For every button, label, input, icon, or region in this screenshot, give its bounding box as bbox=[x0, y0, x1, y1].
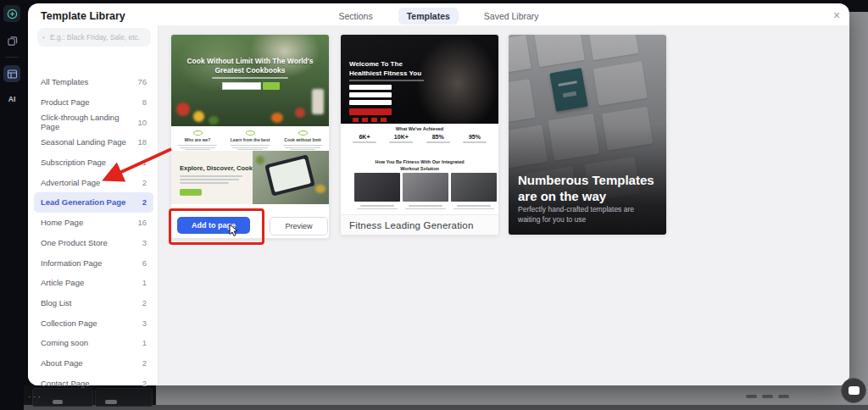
coming-soon-background: Numberous Templates are on the way Perfe… bbox=[509, 35, 666, 235]
gym-photo bbox=[403, 173, 448, 202]
sidebar-item-about-page[interactable]: About Page2 bbox=[34, 353, 153, 374]
fitness-form-field bbox=[349, 85, 392, 90]
sidebar-item-article-page[interactable]: Article Page1 bbox=[34, 273, 153, 293]
fitness-hero-subtext bbox=[349, 80, 424, 81]
chef-hat-icon bbox=[193, 130, 203, 136]
fitness-cta-button bbox=[349, 108, 392, 115]
cookbook-tablet-image bbox=[253, 151, 329, 204]
fitness-card-footer: Fitness Leading Generation bbox=[341, 214, 498, 235]
sidebar-item-lead-generation-page[interactable]: Lead Generation Page2 bbox=[34, 192, 153, 213]
background-dash bbox=[778, 395, 789, 398]
cookbook-email-input bbox=[222, 82, 261, 90]
template-search[interactable] bbox=[37, 28, 151, 47]
cookbook-explore-title: Explore, Discover, Cook bbox=[180, 164, 253, 172]
fitness-countdown bbox=[353, 118, 387, 122]
fitness-solution-title: How You Be Fitness With Our Integrated W… bbox=[369, 158, 470, 173]
cookbook-hero-image: Cook Without Limit With The World's Grea… bbox=[171, 35, 329, 126]
coming-soon-title: Numberous Templates are on the way bbox=[518, 173, 654, 205]
cursor-icon bbox=[228, 224, 239, 237]
background-thumb-pill bbox=[105, 400, 117, 404]
sidebar-item-blog-list[interactable]: Blog List2 bbox=[34, 293, 153, 313]
support-chat-button[interactable] bbox=[841, 378, 866, 403]
background-dash bbox=[746, 395, 757, 398]
fitness-hero-title: Welcome To The Healthiest Fitness You bbox=[349, 60, 421, 79]
ai-button[interactable]: AI bbox=[3, 91, 20, 108]
template-card-fitness[interactable]: Welcome To The Healthiest Fitness You Wh… bbox=[340, 34, 499, 235]
tab-templates[interactable]: Templates bbox=[398, 8, 459, 25]
annotation-arrow bbox=[100, 141, 181, 186]
fitness-card-label: Fitness Leading Generation bbox=[349, 220, 474, 230]
close-icon[interactable]: × bbox=[828, 7, 845, 24]
templates-button[interactable] bbox=[3, 65, 20, 82]
sidebar-item-product-page[interactable]: Product Page8 bbox=[34, 92, 153, 113]
preview-button[interactable]: Preview bbox=[270, 217, 328, 235]
pages-button[interactable] bbox=[3, 32, 20, 49]
template-library-modal: Template Library Sections Templates Save… bbox=[28, 3, 849, 385]
sidebar-item-click-through-landing-page[interactable]: Click-through Landing Page10 bbox=[34, 112, 153, 132]
gym-photo bbox=[354, 173, 400, 202]
cookbook-hero-subtext bbox=[212, 77, 288, 79]
sidebar-item-home-page[interactable]: Home Page16 bbox=[34, 213, 153, 233]
template-window-icon bbox=[7, 69, 18, 80]
sidebar-item-information-page[interactable]: Information Page6 bbox=[34, 252, 153, 273]
cookbook-hero-title: Cook Without Limit With The World's Grea… bbox=[186, 57, 314, 75]
cookbook-explore-button bbox=[180, 189, 202, 196]
cookbook-subscribe-button bbox=[263, 82, 280, 90]
sidebar-item-contact-page[interactable]: Contact Page2 bbox=[34, 373, 153, 393]
chat-bubble-icon bbox=[849, 386, 860, 395]
category-list: All Templates76 Product Page8 Click-thro… bbox=[34, 72, 153, 393]
background-ellipsis: ··· bbox=[28, 391, 42, 402]
pages-icon bbox=[7, 36, 18, 47]
template-sidebar: All Templates76 Product Page8 Click-thro… bbox=[28, 25, 158, 385]
tab-sections[interactable]: Sections bbox=[330, 8, 381, 25]
template-grid: Cook Without Limit With The World's Grea… bbox=[158, 25, 849, 385]
add-element-button[interactable] bbox=[3, 5, 20, 22]
fitness-form-field bbox=[349, 100, 392, 105]
background-thumb-pill bbox=[53, 400, 63, 404]
ai-button-label: AI bbox=[8, 95, 16, 103]
sidebar-item-coming-soon[interactable]: Coming soon1 bbox=[34, 333, 153, 353]
search-input[interactable] bbox=[48, 32, 146, 42]
gym-photo bbox=[451, 173, 497, 202]
plus-circle-icon bbox=[7, 8, 18, 19]
spoon-icon bbox=[298, 130, 308, 136]
tab-saved-library[interactable]: Saved Library bbox=[476, 8, 548, 25]
fitness-stats-row: 6K+ 10K+ 85% 95% bbox=[348, 134, 492, 143]
sidebar-item-collection-page[interactable]: Collection Page3 bbox=[34, 313, 153, 333]
fitness-hero-image: Welcome To The Healthiest Fitness You bbox=[341, 35, 498, 124]
background-page-right bbox=[849, 12, 868, 404]
template-card-coming-soon[interactable]: Numberous Templates are on the way Perfe… bbox=[508, 34, 667, 235]
fitness-gallery bbox=[354, 173, 497, 209]
modal-tabs: Sections Templates Saved Library bbox=[28, 8, 849, 25]
app-toolbar: AI bbox=[0, 0, 24, 410]
book-icon bbox=[246, 130, 255, 136]
search-icon bbox=[42, 33, 45, 42]
sidebar-item-all-templates[interactable]: All Templates76 bbox=[34, 72, 153, 92]
sidebar-item-one-product-store[interactable]: One Product Store3 bbox=[34, 233, 153, 253]
toolbar-divider bbox=[5, 57, 19, 58]
cookbook-explore-section: Explore, Discover, Cook bbox=[171, 151, 329, 204]
coming-soon-subtitle: Perfectly hand-crafted templates are wai… bbox=[518, 205, 654, 225]
background-dash bbox=[762, 395, 773, 398]
fitness-form-field bbox=[349, 92, 392, 97]
fitness-achieved-title: What We've Achieved bbox=[341, 126, 498, 131]
annotation-highlight-rect bbox=[169, 208, 264, 245]
cookbook-features-row: Who are we? Learn from the best Cook wit… bbox=[171, 126, 329, 151]
